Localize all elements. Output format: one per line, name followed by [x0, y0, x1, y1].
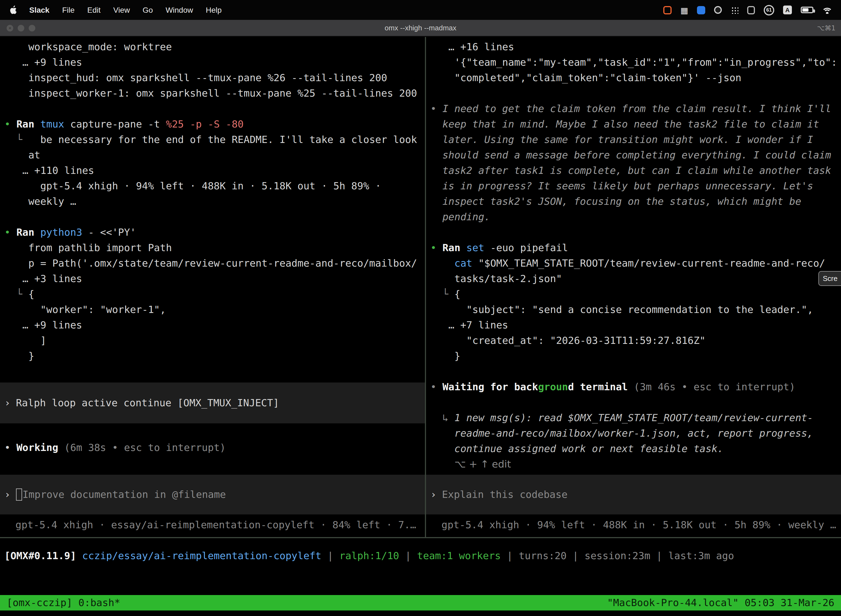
terminal-line: readme-and-reco/mailbox/worker-1.json, a… [431, 425, 841, 441]
terminal-line [431, 224, 841, 240]
terminal-line: "completed","claim_token":"claim-token"}… [431, 70, 841, 85]
blue-app-icon[interactable] [697, 6, 705, 14]
terminal-line: gpt-5.4 xhigh · 94% left · 488K in · 5.1… [4, 178, 425, 194]
terminal-line: should send a message before completing … [431, 147, 841, 163]
terminal-line: } [4, 348, 425, 364]
terminal: workspace_mode: worktree … +9 lines insp… [0, 37, 841, 616]
apple-menu-icon[interactable] [9, 5, 17, 15]
zoom-button[interactable] [29, 25, 35, 31]
terminal-line: inspect task2's JSON, focusing on the st… [431, 194, 841, 209]
composer-placeholder: Explain this codebase [442, 487, 568, 502]
circle-app-icon[interactable] [714, 6, 722, 14]
terminal-line: weekly … [4, 194, 425, 209]
terminal-output-right: … +16 lines '{"team_name":"my-team","tas… [431, 39, 841, 472]
terminal-line: tasks/task-2.json" [431, 271, 841, 286]
tmux-pane-left[interactable]: workspace_mode: worktree … +9 lines insp… [0, 37, 425, 537]
terminal-line: workspace_mode: worktree [4, 39, 425, 55]
terminal-line: is in progress? It seems likely but perh… [431, 178, 841, 194]
terminal-line: '{"team_name":"my-team","task_id":"1","f… [431, 55, 841, 70]
app-menu-slack[interactable]: Slack [29, 6, 49, 14]
composer-input-left[interactable]: ›Improve documentation in @filename [0, 475, 425, 515]
close-button[interactable] [7, 25, 13, 31]
wifi-icon[interactable] [822, 6, 832, 14]
menu-window[interactable]: Window [166, 6, 193, 14]
menu-file[interactable]: File [62, 6, 75, 14]
terminal-line: ⌥ + ↑ edit [431, 456, 841, 472]
pane-status-right: gpt-5.4 xhigh · 94% left · 488K in · 5.1… [441, 517, 836, 532]
window-shortcut-hint: ⌥⌘1 [817, 24, 835, 32]
terminal-line: … +9 lines [4, 317, 425, 333]
tmux-pane-right[interactable]: … +16 lines '{"team_name":"my-team","tas… [426, 37, 841, 537]
menu-go[interactable]: Go [143, 6, 153, 14]
terminal-line [4, 209, 425, 224]
terminal-line: ↳ 1 new msg(s): read $OMX_TEAM_STATE_ROO… [431, 410, 841, 425]
menu-items: FileEditViewGoWindowHelp [62, 6, 221, 14]
composer-prompt-icon: › [4, 487, 10, 502]
working-status: • Working (6m 38s • esc to interrupt) [4, 440, 226, 455]
omx-status-line: [OMX#0.11.9] cczip/essay/ai-reimplementa… [4, 548, 734, 563]
terminal-line: "subject": "send a concise recommendatio… [431, 302, 841, 317]
menu-bar-status-icons: ▦61A [663, 4, 832, 15]
window-controls [7, 20, 35, 36]
grid-icon[interactable]: ▦ [680, 4, 688, 15]
input-source-icon[interactable]: A [783, 6, 792, 14]
pane-bottom-border [0, 537, 841, 538]
queued-prompt-icon: › [4, 395, 10, 411]
terminal-line: └ { [4, 286, 425, 302]
queued-message-box[interactable]: ›Ralph loop active continue [OMX_TMUX_IN… [0, 383, 425, 423]
terminal-line: cat "$OMX_TEAM_STATE_ROOT/team/review-cu… [431, 255, 841, 271]
terminal-line: at [4, 147, 425, 163]
pane-status-left: gpt-5.4 xhigh · essay/ai-reimplementatio… [15, 517, 416, 532]
menu-help[interactable]: Help [206, 6, 222, 14]
tmux-status-bar: [omx-cczip] 0:bash* "MacBook-Pro-44.loca… [0, 595, 841, 610]
menu-extra-icon[interactable] [747, 6, 755, 14]
terminal-line: continue assigned work or next feasible … [431, 441, 841, 456]
window-title: omx --xhigh --madmax [385, 24, 456, 32]
terminal-line: • I need to get the claim token from the… [431, 101, 841, 116]
terminal-line: p = Path('.omx/state/team/review-current… [4, 255, 425, 271]
terminal-line: later. Using the same for transition mig… [431, 132, 841, 147]
terminal-line: • Ran python3 - <<'PY' [4, 224, 425, 240]
window-title-bar[interactable]: omx --xhigh --madmax ⌥⌘1 [0, 20, 841, 37]
screen-recording-indicator-icon[interactable] [663, 6, 672, 14]
menu-edit[interactable]: Edit [87, 6, 100, 14]
battery-icon[interactable] [801, 7, 813, 13]
terminal-line: inspect_worker-1: omx sparkshell --tmux-… [4, 85, 425, 101]
composer-prompt-icon: › [431, 487, 437, 502]
menu-view[interactable]: View [113, 6, 130, 14]
tmux-session-info[interactable]: [omx-cczip] 0:bash* [7, 595, 120, 610]
terminal-line: • Ran tmux capture-pane -t %25 -p -S -80 [4, 116, 425, 132]
terminal-line: … +110 lines [4, 163, 425, 178]
queued-message-text: Ralph loop active continue [OMX_TMUX_INJ… [16, 395, 279, 411]
composer-placeholder: Improve documentation in @filename [23, 487, 226, 502]
terminal-line: from pathlib import Path [4, 240, 425, 255]
terminal-line: "created_at": "2026-03-31T11:59:27.816Z" [431, 333, 841, 348]
terminal-line: pending. [431, 209, 841, 224]
terminal-line: … +16 lines [431, 39, 841, 55]
composer-input-right[interactable]: ›Explain this codebase [426, 475, 841, 515]
terminal-line: └ be necessary for the end of the README… [4, 132, 425, 147]
terminal-line: • Ran set -euo pipefail [431, 240, 841, 255]
dots-grid-icon[interactable] [731, 6, 738, 14]
terminal-line: "worker": "worker-1", [4, 302, 425, 317]
text-cursor [16, 488, 22, 501]
terminal-line [431, 395, 841, 410]
terminal-line [431, 85, 841, 101]
terminal-line: inspect_hud: omx sparkshell --tmux-pane … [4, 70, 425, 85]
terminal-line [4, 101, 425, 116]
minimize-button[interactable] [18, 25, 24, 31]
terminal-line: … +7 lines [431, 317, 841, 333]
terminal-line: keep that in mind. Maybe I also need the… [431, 116, 841, 132]
terminal-line: … +9 lines [4, 55, 425, 70]
terminal-output-left: workspace_mode: worktree … +9 lines insp… [4, 39, 425, 364]
terminal-line [431, 364, 841, 379]
desktop: Slack FileEditViewGoWindowHelp ▦61A omx … [0, 0, 841, 616]
screenshot-tooltip: Scre [818, 271, 841, 286]
menu-bar: Slack FileEditViewGoWindowHelp ▦61A [0, 0, 841, 20]
battery-percent-icon[interactable]: 61 [764, 5, 774, 15]
terminal-line: • Waiting for background terminal (3m 46… [431, 379, 841, 395]
terminal-line: ] [4, 333, 425, 348]
terminal-line: } [431, 348, 841, 364]
tmux-host-clock: "MacBook-Pro-44.local" 05:03 31-Mar-26 [607, 595, 834, 610]
terminal-line: └ { [431, 286, 841, 302]
